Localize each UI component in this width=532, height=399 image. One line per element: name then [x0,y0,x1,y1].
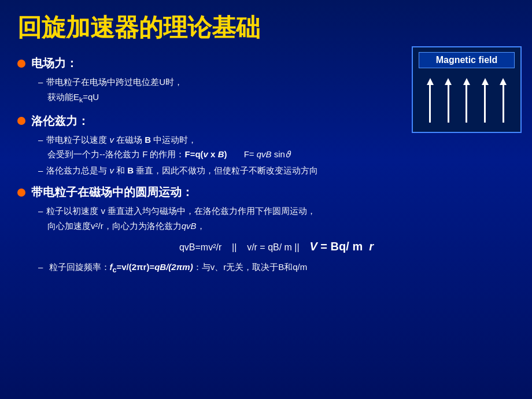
dash-2: – [38,132,43,147]
arrow-shaft-2 [448,85,449,123]
dash-1: – [38,75,43,90]
lorentz-sub-text-2: 洛伦兹力总是与 v 和 B 垂直，因此不做功，但使粒子不断改变运动方向 [46,163,515,178]
slide-title: 回旋加速器的理论基础 [17,12,515,44]
bullet-dot-circular [17,189,25,197]
arrow-2 [445,78,452,123]
dash-3: – [38,163,43,178]
arrow-head-1 [427,78,434,85]
arrow-3 [463,78,470,123]
arrow-shaft-4 [484,85,486,123]
arrow-shaft-5 [503,85,504,123]
dash-5: – [38,260,43,274]
arrow-head-3 [463,78,470,85]
circular-sub-text-1: 粒子以初速度 v 垂直进入均匀磁场中，在洛伦兹力作用下作圆周运动， [46,204,515,219]
arrows-container [419,73,515,125]
arrow-1 [427,78,434,123]
lorentz-indent-1: 会受到一个力--洛伦兹力 F 的作用：F=q(v x B) F= qvB sin… [47,147,515,162]
bullet-dot-lorentz [17,117,25,125]
lorentz-sub-text-1: 带电粒子以速度 v 在磁场 B 中运动时， [46,132,515,147]
magnetic-field-label: Magnetic field [419,52,515,68]
formula-text: qvB=mv²/r || v/r = qB/ m || V = Bq/ m r [179,242,374,252]
lorentz-sub-2: – 洛伦兹力总是与 v 和 B 垂直，因此不做功，但使粒子不断改变运动方向 [38,163,515,178]
lorentz-label: 洛伦兹力： [31,112,89,130]
arrow-head-5 [500,78,507,85]
circular-label: 带电粒子在磁场中的圆周运动： [31,183,193,201]
lorentz-sub-1: – 带电粒子以速度 v 在磁场 B 中运动时， [38,132,515,147]
electric-label: 电场力： [31,54,77,72]
arrow-head-2 [445,78,452,85]
arrow-shaft-1 [429,85,431,123]
arrow-shaft-3 [466,85,467,123]
dash-4: – [38,204,43,219]
arrow-5 [500,78,507,123]
bullet-dot-electric [17,60,25,68]
arrow-head-4 [482,78,489,85]
freq-line: – 粒子回旋频率：fc=v/(2πr)=qB/(2πm)：与v、r无关，取决于B… [38,260,515,276]
circular-sub-1: – 粒子以初速度 v 垂直进入均匀磁场中，在洛伦兹力作用下作圆周运动， [38,204,515,219]
section-circular: 带电粒子在磁场中的圆周运动： – 粒子以初速度 v 垂直进入均匀磁场中，在洛伦兹… [17,183,515,276]
formula-main: qvB=mv²/r || v/r = qB/ m || V = Bq/ m r [38,238,515,256]
freq-text: 粒子回旋频率：fc=v/(2πr)=qB/(2πm)：与v、r无关，取决于B和q… [46,260,307,276]
slide-container: 回旋加速器的理论基础 Magnetic field [0,0,532,399]
circular-indent-1: 向心加速度v²/r，向心力为洛伦兹力qvB， [47,219,515,234]
magnetic-field-panel: Magnetic field [412,46,522,133]
bullet-main-circular: 带电粒子在磁场中的圆周运动： [17,183,515,201]
arrow-4 [482,78,489,123]
